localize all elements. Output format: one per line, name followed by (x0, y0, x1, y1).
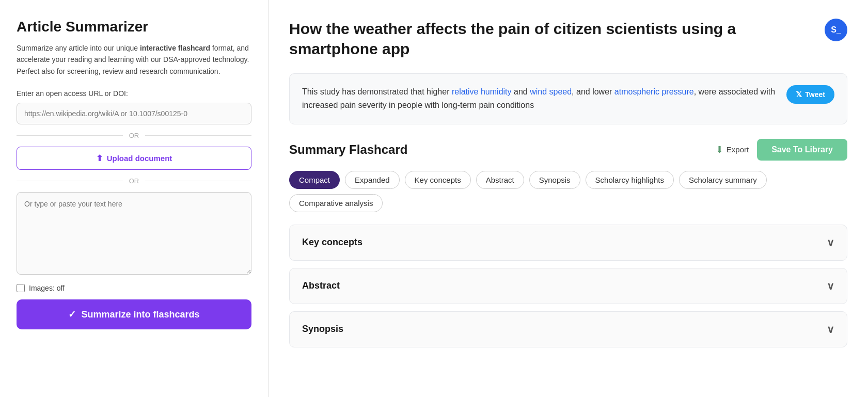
checkmark-icon: ✓ (68, 309, 76, 320)
summary-text: This study has demonstrated that higher … (302, 85, 776, 113)
images-checkbox[interactable] (17, 284, 25, 292)
images-checkbox-row: Images: off (17, 284, 251, 292)
accordion-label-abstract: Abstract (302, 280, 340, 291)
upload-icon: ⬆ (96, 153, 103, 163)
app-description: Summarize any article into our unique in… (17, 42, 251, 77)
url-input[interactable] (17, 103, 251, 124)
flashcard-section-title: Summary Flashcard (289, 142, 407, 157)
twitter-icon: 𝕏 (796, 90, 802, 99)
accordion-label-key-concepts: Key concepts (302, 237, 362, 248)
summary-box: This study has demonstrated that higher … (289, 73, 847, 124)
tab-compact[interactable]: Compact (289, 171, 340, 189)
tabs-row: CompactExpandedKey conceptsAbstractSynop… (289, 171, 847, 212)
tab-abstract[interactable]: Abstract (476, 171, 524, 189)
app-title: Article Summarizer (17, 19, 251, 35)
chevron-down-icon: ∨ (827, 280, 834, 292)
accordion-header-synopsis[interactable]: Synopsis∨ (290, 312, 847, 347)
chevron-down-icon: ∨ (827, 236, 834, 249)
chevron-down-icon: ∨ (827, 323, 834, 336)
export-button[interactable]: ⬇ Export (716, 144, 749, 155)
export-icon: ⬇ (716, 144, 723, 155)
url-label: Enter an open access URL or DOI: (17, 89, 251, 98)
tab-scholarcy-summary[interactable]: Scholarcy summary (679, 171, 767, 189)
tab-comparative-analysis[interactable]: Comparative analysis (289, 194, 383, 212)
article-header: How the weather affects the pain of citi… (289, 19, 847, 59)
upload-button[interactable]: ⬆ Upload document (17, 147, 251, 170)
accordion-key-concepts: Key concepts∨ (289, 225, 847, 261)
accordion-label-synopsis: Synopsis (302, 324, 343, 335)
tweet-button[interactable]: 𝕏 Tweet (786, 85, 834, 104)
right-panel: How the weather affects the pain of citi… (269, 0, 868, 397)
or-divider-2: OR (17, 177, 251, 185)
images-label: Images: off (29, 284, 65, 292)
tab-scholarcy-highlights[interactable]: Scholarcy highlights (586, 171, 674, 189)
tab-key-concepts[interactable]: Key concepts (405, 171, 471, 189)
accordion-header-abstract[interactable]: Abstract∨ (290, 268, 847, 304)
accordion-abstract: Abstract∨ (289, 268, 847, 304)
summarize-button[interactable]: ✓ Summarize into flashcards (17, 299, 251, 329)
left-panel: Article Summarizer Summarize any article… (0, 0, 269, 397)
or-divider-1: OR (17, 132, 251, 139)
accordions-container: Key concepts∨Abstract∨Synopsis∨ (289, 225, 847, 347)
avatar: S_ (825, 19, 847, 41)
flashcard-actions: ⬇ Export Save To Library (716, 139, 847, 161)
accordion-synopsis: Synopsis∨ (289, 311, 847, 347)
article-title: How the weather affects the pain of citi… (289, 19, 754, 59)
tab-synopsis[interactable]: Synopsis (529, 171, 580, 189)
flashcard-header: Summary Flashcard ⬇ Export Save To Libra… (289, 139, 847, 161)
accordion-header-key-concepts[interactable]: Key concepts∨ (290, 225, 847, 260)
tab-expanded[interactable]: Expanded (345, 171, 400, 189)
save-to-library-button[interactable]: Save To Library (757, 139, 847, 161)
text-input[interactable] (17, 192, 251, 275)
